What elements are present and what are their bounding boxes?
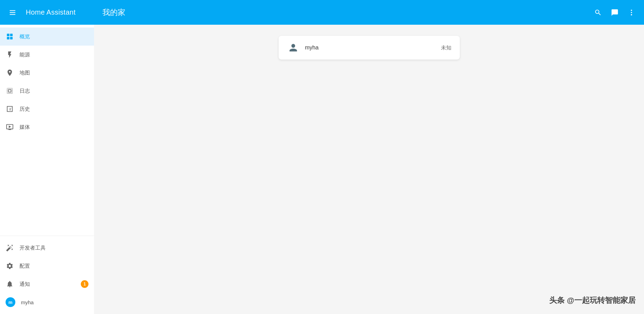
app-title: Home Assistant <box>26 8 76 16</box>
sidebar-label-map: 地图 <box>20 70 30 76</box>
svg-rect-7 <box>10 34 13 36</box>
sidebar-label-overview: 概览 <box>20 33 30 40</box>
topbar: Home Assistant 我的家 <box>0 0 644 25</box>
sidebar-label-config: 配置 <box>20 263 30 269</box>
logbook-icon <box>6 87 14 95</box>
sidebar-nav: 概览 能源 地图 <box>0 25 94 236</box>
more-button[interactable] <box>624 6 638 19</box>
sidebar-label-user: myha <box>21 299 34 305</box>
menu-button[interactable] <box>6 6 20 19</box>
svg-point-5 <box>631 14 632 15</box>
person-icon <box>287 41 300 54</box>
sidebar-label-notifications: 通知 <box>20 281 30 288</box>
sidebar-item-notifications[interactable]: 通知 1 <box>0 275 94 293</box>
svg-point-3 <box>631 9 632 11</box>
sidebar-label-media: 媒体 <box>20 124 30 131</box>
main-layout: 概览 能源 地图 <box>0 25 644 314</box>
sidebar-item-history[interactable]: 历史 <box>0 100 94 118</box>
bell-icon <box>6 280 14 288</box>
person-status: 未知 <box>441 45 451 51</box>
topbar-left: Home Assistant <box>0 0 94 25</box>
sidebar-item-media[interactable]: 媒体 <box>0 118 94 136</box>
svg-rect-8 <box>7 37 9 39</box>
sidebar-item-map[interactable]: 地图 <box>0 64 94 82</box>
search-button[interactable] <box>591 6 605 19</box>
sidebar-label-logbook: 日志 <box>20 88 30 94</box>
person-card[interactable]: myha 未知 <box>279 36 460 60</box>
map-icon <box>6 69 14 77</box>
svg-rect-1 <box>10 12 16 13</box>
developer-icon <box>6 244 14 252</box>
sidebar-item-overview[interactable]: 概览 <box>0 28 94 46</box>
svg-rect-9 <box>10 37 13 39</box>
sidebar-item-developer[interactable]: 开发者工具 <box>0 239 94 257</box>
topbar-center: 我的家 <box>94 0 591 25</box>
sidebar-label-history: 历史 <box>20 106 30 112</box>
media-icon <box>6 123 14 131</box>
sidebar-label-energy: 能源 <box>20 52 30 58</box>
sidebar-item-config[interactable]: 配置 <box>0 257 94 275</box>
history-icon <box>6 105 14 113</box>
sidebar-item-energy[interactable]: 能源 <box>0 46 94 64</box>
chat-button[interactable] <box>608 6 622 19</box>
grid-icon <box>6 32 14 41</box>
sidebar-item-user[interactable]: m myha <box>0 293 94 311</box>
page-title: 我的家 <box>102 7 125 18</box>
svg-rect-6 <box>7 34 9 36</box>
person-name: myha <box>305 45 435 51</box>
svg-rect-0 <box>10 10 16 11</box>
sidebar-label-developer: 开发者工具 <box>20 245 46 251</box>
svg-rect-2 <box>10 14 16 15</box>
svg-point-4 <box>631 12 632 13</box>
sidebar: 概览 能源 地图 <box>0 25 94 314</box>
avatar: m <box>6 297 15 307</box>
notification-badge: 1 <box>81 280 88 288</box>
sidebar-bottom: 开发者工具 配置 通知 1 <box>0 236 94 314</box>
config-icon <box>6 262 14 270</box>
energy-icon <box>6 50 14 59</box>
sidebar-item-logbook[interactable]: 日志 <box>0 82 94 100</box>
main-content: myha 未知 <box>94 25 644 314</box>
topbar-actions <box>591 6 644 19</box>
